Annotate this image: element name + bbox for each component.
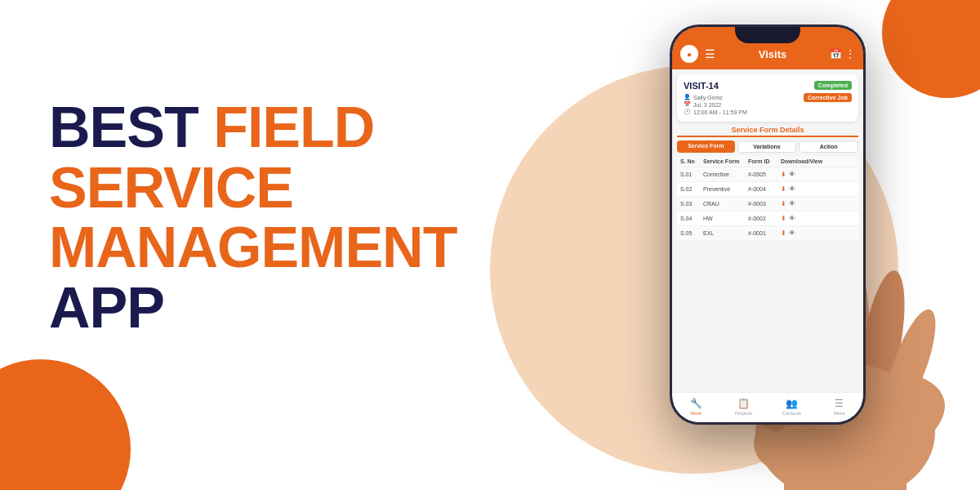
row4-id: #-0002 xyxy=(748,216,781,221)
tab-variations[interactable]: Variations xyxy=(737,140,797,153)
download-icon-4[interactable]: ⬇ xyxy=(781,215,786,222)
tab-row: Service Form Variations Action xyxy=(677,140,858,153)
nav-work-label: Work xyxy=(690,411,702,416)
visit-person: Sally Gomz xyxy=(693,95,723,100)
col-form: Service Form xyxy=(703,158,748,164)
badge-completed: Completed xyxy=(814,81,852,90)
left-section: BEST FIELD SERVICE MANAGEMENT APP xyxy=(49,98,441,338)
row4-actions: ⬇ 👁 xyxy=(781,215,813,222)
work-icon: 🔧 xyxy=(690,398,702,409)
headline: BEST FIELD SERVICE MANAGEMENT APP xyxy=(49,98,441,338)
row4-form: HW xyxy=(703,216,748,221)
phone-screen: ● ☰ Visits 📅 ⋮ VISIT-14 👤 Sally Gomz xyxy=(672,27,863,422)
row3-actions: ⬇ 👁 xyxy=(781,200,813,207)
visit-card: VISIT-14 👤 Sally Gomz 📅 Jul, 3 2022 🕐 xyxy=(677,74,858,122)
calendar-small-icon: 📅 xyxy=(684,101,691,108)
visit-date: Jul, 3 2022 xyxy=(693,102,721,108)
app-title: Visits xyxy=(720,48,825,60)
row3-id: #-0003 xyxy=(748,201,781,207)
view-icon-4[interactable]: 👁 xyxy=(789,215,795,222)
row2-actions: ⬇ 👁 xyxy=(781,185,813,193)
view-icon-2[interactable]: 👁 xyxy=(789,185,795,193)
table-header: S. No Service Form Form ID Download/View xyxy=(677,156,858,167)
more-icon[interactable]: ⋮ xyxy=(845,48,855,60)
view-icon-1[interactable]: 👁 xyxy=(789,171,795,178)
header-right-icons: 📅 ⋮ xyxy=(830,48,855,60)
download-icon-1[interactable]: ⬇ xyxy=(781,171,786,178)
tab-action[interactable]: Action xyxy=(799,140,858,153)
row1-id: #-0305 xyxy=(748,172,781,177)
col-id: Form ID xyxy=(748,158,781,164)
row1-actions: ⬇ 👁 xyxy=(781,171,813,178)
badge-corrective: Corrective Job xyxy=(804,93,852,102)
section-title: Service Form Details xyxy=(677,122,858,137)
headline-management: MANAGEMENT xyxy=(49,218,441,278)
row2-sno: S.02 xyxy=(680,186,703,192)
nav-projects-label: Projects xyxy=(735,411,753,416)
download-icon-5[interactable]: ⬇ xyxy=(781,229,786,237)
row2-form: Preventive xyxy=(703,186,748,192)
bottom-nav: 🔧 Work 📋 Projects 👥 Contacts ☰ More xyxy=(672,392,863,422)
app-logo: ● xyxy=(680,45,698,63)
nav-more-label: More xyxy=(834,411,845,416)
nav-projects[interactable]: 📋 Projects xyxy=(720,398,768,416)
row5-sno: S.05 xyxy=(680,230,703,236)
row3-form: CRAU xyxy=(703,201,748,207)
menu-icon[interactable]: ☰ xyxy=(705,47,715,60)
table-row: S.05 EXL #-0001 ⬇ 👁 xyxy=(677,226,858,241)
person-icon: 👤 xyxy=(684,94,691,100)
table-row: S.01 Corrective #-0305 ⬇ 👁 xyxy=(677,167,858,182)
table-row: S.03 CRAU #-0003 ⬇ 👁 xyxy=(677,197,858,212)
col-sno: S. No xyxy=(680,158,703,164)
projects-icon: 📋 xyxy=(737,398,750,409)
headline-app: APP xyxy=(49,278,441,339)
download-icon-3[interactable]: ⬇ xyxy=(781,200,786,207)
visit-meta: 👤 Sally Gomz 📅 Jul, 3 2022 🕐 12:00 AM - … xyxy=(684,94,747,115)
visit-header: VISIT-14 👤 Sally Gomz 📅 Jul, 3 2022 🕐 xyxy=(684,81,852,115)
visit-id: VISIT-14 xyxy=(684,81,747,91)
table-row: S.04 HW #-0002 ⬇ 👁 xyxy=(677,212,858,226)
phone-notch xyxy=(735,27,800,43)
col-actions: Download/View xyxy=(781,158,813,164)
nav-contacts-label: Contacts xyxy=(782,411,801,416)
contacts-icon: 👥 xyxy=(786,398,798,409)
row5-actions: ⬇ 👁 xyxy=(781,229,813,237)
nav-contacts[interactable]: 👥 Contacts xyxy=(768,398,816,416)
tab-service-form[interactable]: Service Form xyxy=(677,140,735,153)
phone-frame: ● ☰ Visits 📅 ⋮ VISIT-14 👤 Sally Gomz xyxy=(670,24,866,425)
row1-form: Corrective xyxy=(703,172,748,177)
service-table: S. No Service Form Form ID Download/View… xyxy=(677,156,858,241)
nav-work[interactable]: 🔧 Work xyxy=(672,398,720,416)
clock-icon: 🕐 xyxy=(684,109,691,115)
svg-rect-8 xyxy=(784,457,906,490)
visit-time: 12:00 AM - 11:59 PM xyxy=(693,109,747,115)
more-nav-icon: ☰ xyxy=(835,398,844,409)
view-icon-3[interactable]: 👁 xyxy=(789,200,795,207)
row1-sno: S.01 xyxy=(680,172,703,177)
table-row: S.02 Preventive #-0004 ⬇ 👁 xyxy=(677,182,858,197)
bg-circle-bottom-left xyxy=(0,359,131,490)
row5-form: EXL xyxy=(703,230,748,236)
row5-id: #-0001 xyxy=(748,230,781,236)
row4-sno: S.04 xyxy=(680,216,703,221)
row2-id: #-0004 xyxy=(748,186,781,192)
download-icon-2[interactable]: ⬇ xyxy=(781,185,786,193)
nav-more[interactable]: ☰ More xyxy=(816,398,864,416)
row3-sno: S.03 xyxy=(680,201,703,207)
headline-best: BEST xyxy=(49,96,213,159)
view-icon-5[interactable]: 👁 xyxy=(789,229,795,237)
calendar-icon[interactable]: 📅 xyxy=(830,48,842,60)
